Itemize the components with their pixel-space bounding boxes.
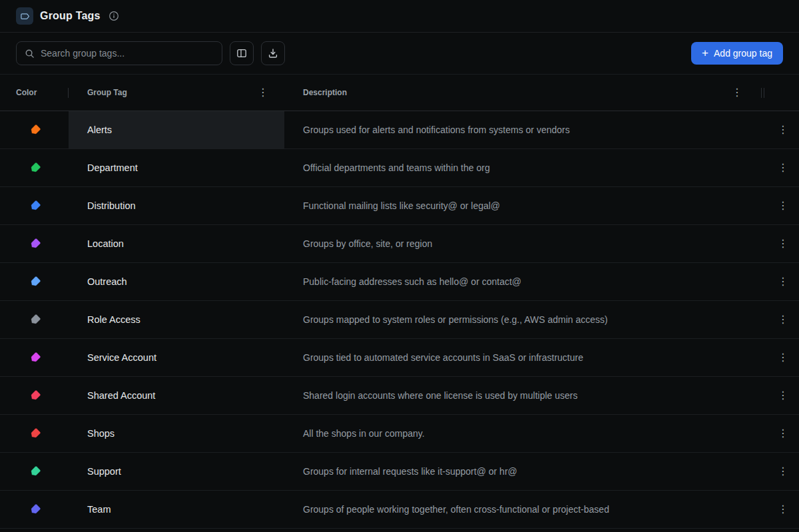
search-input[interactable]	[41, 48, 214, 59]
table-row[interactable]: Shops All the shops in our company. ⋮	[0, 415, 799, 453]
plus-icon: +	[702, 47, 708, 59]
description-cell: Groups for internal requests like it-sup…	[284, 453, 767, 490]
group-tag-description: Functional mailing lists like security@ …	[303, 200, 500, 211]
group-tag-name: Shared Account	[87, 390, 155, 401]
actions-cell: ⋮	[767, 415, 799, 452]
table-row[interactable]: Distribution Functional mailing lists li…	[0, 187, 799, 225]
row-menu-icon[interactable]: ⋮	[774, 501, 792, 517]
search-box[interactable]	[16, 41, 222, 65]
toolbar: + Add group tag	[0, 33, 799, 75]
column-header-group-tag: Group Tag ⋮	[69, 75, 284, 111]
group-tag-description: Groups mapped to system roles or permiss…	[303, 314, 608, 325]
actions-cell: ⋮	[767, 339, 799, 376]
group-tag-description: Groups of people working together, often…	[303, 504, 609, 515]
group-tag-description: All the shops in our company.	[303, 428, 425, 439]
add-group-tag-label: Add group tag	[714, 48, 772, 59]
color-cell	[0, 339, 69, 376]
row-menu-icon[interactable]: ⋮	[774, 122, 792, 138]
actions-cell: ⋮	[767, 491, 799, 528]
group-tag-cell[interactable]: Shared Account	[69, 377, 284, 414]
color-cell	[0, 491, 69, 528]
export-button[interactable]	[261, 41, 285, 65]
group-tag-name: Department	[87, 162, 138, 173]
description-cell: Groups of people working together, often…	[284, 491, 767, 528]
column-header-group-tag-label: Group Tag	[87, 88, 127, 97]
row-menu-icon[interactable]: ⋮	[774, 463, 792, 479]
info-icon[interactable]	[107, 9, 121, 23]
tag-color-icon	[29, 162, 41, 174]
description-cell: Shared login accounts where one license …	[284, 377, 767, 414]
description-cell: All the shops in our company.	[284, 415, 767, 452]
group-tag-name: Outreach	[87, 276, 127, 287]
actions-cell: ⋮	[767, 111, 799, 148]
column-header-description-label: Description	[303, 88, 347, 97]
column-header-actions	[767, 75, 799, 111]
tag-color-icon	[29, 352, 41, 364]
actions-cell: ⋮	[767, 301, 799, 338]
color-cell	[0, 377, 69, 414]
group-tag-name: Alerts	[87, 125, 112, 135]
row-menu-icon[interactable]: ⋮	[774, 236, 792, 252]
table-row[interactable]: Location Groups by office, site, or regi…	[0, 225, 799, 263]
row-menu-icon[interactable]: ⋮	[774, 388, 792, 403]
group-tag-description: Groups tied to automated service account…	[303, 352, 583, 363]
description-cell: Groups tied to automated service account…	[284, 339, 767, 376]
color-cell	[0, 149, 69, 186]
group-tag-description: Groups by office, site, or region	[303, 238, 432, 249]
tag-color-icon	[29, 200, 41, 212]
description-cell: Public-facing addresses such as hello@ o…	[284, 263, 767, 300]
add-group-tag-button[interactable]: + Add group tag	[691, 42, 783, 65]
table-row[interactable]: Alerts Groups used for alerts and notifi…	[0, 111, 799, 149]
table-row[interactable]: Support Groups for internal requests lik…	[0, 453, 799, 491]
color-cell	[0, 263, 69, 300]
row-menu-icon[interactable]: ⋮	[774, 350, 792, 366]
row-menu-icon[interactable]: ⋮	[774, 425, 792, 441]
group-tag-cell[interactable]: Distribution	[69, 187, 284, 224]
table-row[interactable]: Outreach Public-facing addresses such as…	[0, 263, 799, 301]
group-tag-cell[interactable]: Alerts	[69, 111, 284, 148]
row-menu-icon[interactable]: ⋮	[774, 312, 792, 328]
color-cell	[0, 187, 69, 224]
columns-view-button[interactable]	[230, 41, 254, 65]
color-cell	[0, 225, 69, 262]
description-column-menu-icon[interactable]: ⋮	[728, 85, 746, 101]
row-menu-icon[interactable]: ⋮	[774, 198, 792, 214]
table-row[interactable]: Shared Account Shared login accounts whe…	[0, 377, 799, 415]
group-tag-description: Groups for internal requests like it-sup…	[303, 466, 517, 477]
table-body: Alerts Groups used for alerts and notifi…	[0, 111, 799, 529]
table-row[interactable]: Service Account Groups tied to automated…	[0, 339, 799, 377]
group-tag-description: Shared login accounts where one license …	[303, 390, 577, 401]
download-icon	[268, 48, 278, 59]
tag-color-icon	[29, 124, 41, 136]
group-tag-cell[interactable]: Department	[69, 149, 284, 186]
color-cell	[0, 301, 69, 338]
description-cell: Groups mapped to system roles or permiss…	[284, 301, 767, 338]
top-bar: Group Tags	[0, 0, 799, 33]
group-tag-cell[interactable]: Support	[69, 453, 284, 490]
actions-cell: ⋮	[767, 225, 799, 262]
table-row[interactable]: Role Access Groups mapped to system role…	[0, 301, 799, 339]
group-tag-cell[interactable]: Location	[69, 225, 284, 262]
group-tag-cell[interactable]: Service Account	[69, 339, 284, 376]
description-cell: Official departments and teams within th…	[284, 149, 767, 186]
search-icon	[25, 49, 35, 59]
table-row[interactable]: Team Groups of people working together, …	[0, 491, 799, 529]
tag-color-icon	[29, 465, 41, 477]
group-tag-cell[interactable]: Outreach	[69, 263, 284, 300]
actions-cell: ⋮	[767, 187, 799, 224]
column-header-color-label: Color	[16, 88, 37, 97]
row-menu-icon[interactable]: ⋮	[774, 274, 792, 290]
column-resize-handle[interactable]	[761, 88, 764, 98]
group-tag-name: Location	[87, 238, 124, 249]
group-tag-column-menu-icon[interactable]: ⋮	[254, 85, 272, 101]
group-tag-cell[interactable]: Role Access	[69, 301, 284, 338]
group-tag-name: Service Account	[87, 352, 156, 363]
group-tags-logo-icon	[16, 7, 33, 25]
group-tag-cell[interactable]: Team	[69, 491, 284, 528]
description-cell: Groups used for alerts and notifications…	[284, 111, 767, 148]
table-row[interactable]: Department Official departments and team…	[0, 149, 799, 187]
row-menu-icon[interactable]: ⋮	[774, 160, 792, 176]
group-tag-name: Team	[87, 504, 111, 515]
column-header-color: Color	[0, 75, 69, 111]
group-tag-cell[interactable]: Shops	[69, 415, 284, 452]
